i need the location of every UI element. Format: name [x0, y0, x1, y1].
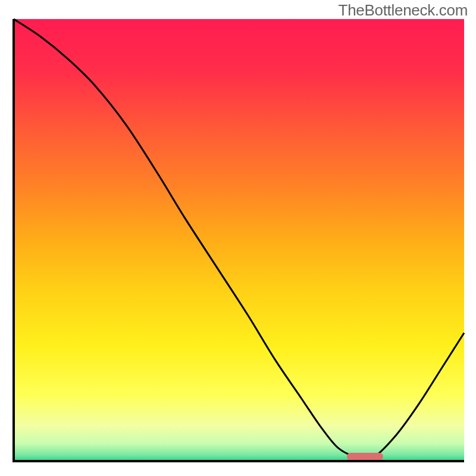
watermark-text: TheBottleneck.com	[339, 1, 468, 20]
optimal-range-marker	[347, 453, 383, 461]
plot-background	[14, 19, 464, 461]
bottleneck-chart	[0, 0, 476, 476]
chart-container: TheBottleneck.com	[0, 0, 476, 476]
